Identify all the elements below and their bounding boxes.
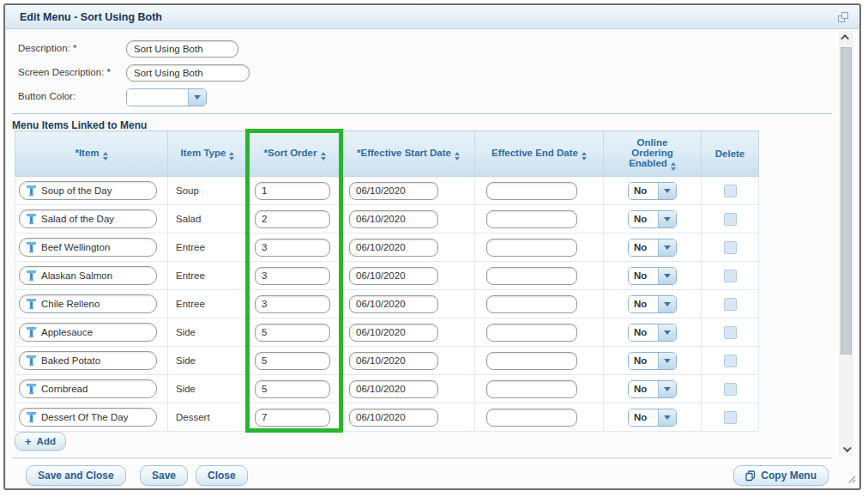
chevron-down-icon[interactable] [658, 324, 676, 341]
start-date-input[interactable] [349, 267, 438, 285]
end-date-input[interactable] [486, 352, 577, 370]
sort-order-input[interactable] [255, 409, 330, 427]
sort-order-input[interactable] [255, 239, 330, 257]
end-date-input[interactable] [486, 267, 577, 285]
chevron-down-icon[interactable] [658, 296, 676, 312]
start-date-input[interactable] [349, 182, 438, 200]
funnel-icon [26, 185, 37, 197]
item-input[interactable]: Chile Relleno [19, 294, 157, 313]
online-ordering-dropdown[interactable]: No [628, 324, 677, 342]
item-input[interactable]: Baked Potato [19, 351, 157, 370]
sort-icon [455, 152, 460, 161]
section-title: Menu Items Linked to Menu [12, 119, 147, 131]
delete-checkbox[interactable] [724, 185, 737, 197]
screen-description-input[interactable] [126, 64, 250, 82]
delete-checkbox[interactable] [724, 383, 737, 396]
end-date-input[interactable] [486, 295, 577, 313]
delete-checkbox[interactable] [724, 326, 737, 339]
dialog-title: Edit Menu - Sort Using Both [20, 5, 162, 29]
online-ordering-dropdown[interactable]: No [628, 239, 677, 257]
online-ordering-dropdown[interactable]: No [628, 409, 677, 427]
chevron-down-icon[interactable] [658, 353, 676, 369]
sort-order-input[interactable] [255, 210, 330, 228]
sort-order-input[interactable] [255, 295, 330, 313]
header-delete: Delete [702, 131, 759, 177]
sort-icon [229, 152, 234, 161]
delete-checkbox[interactable] [724, 241, 737, 254]
delete-checkbox[interactable] [724, 411, 737, 424]
header-item-type[interactable]: Item Type [168, 131, 248, 177]
save-button[interactable]: Save [140, 465, 188, 486]
resize-handle[interactable] [847, 471, 856, 487]
start-date-input[interactable] [349, 324, 438, 342]
chevron-down-icon[interactable] [658, 239, 676, 256]
header-effective-start-date[interactable]: *Effective Start Date [342, 131, 475, 177]
online-ordering-value: No [629, 183, 658, 199]
funnel-icon [26, 326, 37, 338]
start-date-input[interactable] [349, 380, 438, 398]
online-ordering-dropdown[interactable]: No [628, 380, 677, 398]
item-input[interactable]: Salad of the Day [19, 209, 157, 228]
header-effective-end-date[interactable]: Effective End Date [475, 131, 604, 177]
header-item[interactable]: *Item [15, 131, 168, 177]
start-date-input[interactable] [349, 210, 438, 228]
sort-order-input[interactable] [255, 182, 330, 200]
chevron-down-icon[interactable] [658, 268, 676, 284]
online-ordering-dropdown[interactable]: No [628, 210, 677, 228]
end-date-input[interactable] [486, 182, 577, 200]
online-ordering-dropdown[interactable]: No [628, 267, 677, 285]
vertical-scrollbar[interactable] [839, 31, 853, 456]
titlebar: Edit Menu - Sort Using Both [5, 5, 859, 29]
start-date-input[interactable] [349, 409, 438, 427]
sort-order-input[interactable] [255, 267, 330, 285]
chevron-down-icon[interactable] [658, 183, 676, 199]
delete-checkbox[interactable] [724, 270, 737, 282]
item-type-cell: Dessert [168, 403, 248, 432]
header-sort-order[interactable]: *Sort Order [248, 131, 342, 177]
scrollbar-thumb[interactable] [841, 47, 852, 355]
item-input[interactable]: Beef Wellington [19, 238, 157, 257]
copy-menu-button[interactable]: Copy Menu [733, 465, 829, 486]
add-button[interactable]: + Add [15, 432, 66, 451]
start-date-input[interactable] [349, 239, 438, 257]
copy-pages-icon [745, 470, 756, 482]
online-ordering-dropdown[interactable]: No [628, 295, 677, 313]
description-input[interactable] [126, 40, 238, 58]
scroll-up-button[interactable] [839, 31, 853, 44]
button-color-dropdown[interactable] [126, 88, 207, 106]
end-date-input[interactable] [486, 210, 577, 228]
item-value: Cornbread [41, 384, 87, 394]
item-input[interactable]: Alaskan Salmon [19, 266, 157, 285]
delete-checkbox[interactable] [724, 213, 737, 226]
end-date-input[interactable] [486, 409, 577, 427]
online-ordering-dropdown[interactable]: No [628, 352, 677, 370]
delete-checkbox[interactable] [724, 298, 737, 311]
item-input[interactable]: Cornbread [19, 379, 157, 398]
table-row: Applesauce Side No [15, 318, 759, 347]
table-header-row: *Item Item Type *Sort Order *Effective S… [15, 131, 759, 177]
end-date-input[interactable] [486, 239, 577, 257]
item-input[interactable]: Soup of the Day [19, 181, 157, 200]
popout-icon[interactable] [838, 12, 848, 22]
end-date-input[interactable] [486, 380, 577, 398]
sort-order-input[interactable] [255, 380, 330, 398]
online-ordering-dropdown[interactable]: No [628, 182, 677, 200]
chevron-down-icon[interactable] [658, 211, 676, 227]
scroll-down-button[interactable] [839, 443, 853, 456]
end-date-input[interactable] [486, 324, 577, 342]
delete-checkbox[interactable] [724, 355, 737, 367]
chevron-down-icon[interactable] [658, 409, 676, 426]
chevron-down-icon[interactable] [188, 89, 206, 106]
sort-order-input[interactable] [255, 352, 330, 370]
item-input[interactable]: Applesauce [19, 323, 157, 342]
start-date-input[interactable] [349, 352, 438, 370]
sort-icon [582, 152, 587, 161]
save-and-close-button[interactable]: Save and Close [26, 465, 126, 486]
item-input[interactable]: Dessert Of The Day [19, 408, 157, 427]
close-button[interactable]: Close [196, 465, 248, 486]
online-ordering-value: No [629, 211, 658, 227]
header-online-ordering-enabled[interactable]: Online Ordering Enabled [604, 131, 702, 177]
chevron-down-icon[interactable] [658, 381, 676, 397]
sort-order-input[interactable] [255, 324, 330, 342]
start-date-input[interactable] [349, 295, 438, 313]
